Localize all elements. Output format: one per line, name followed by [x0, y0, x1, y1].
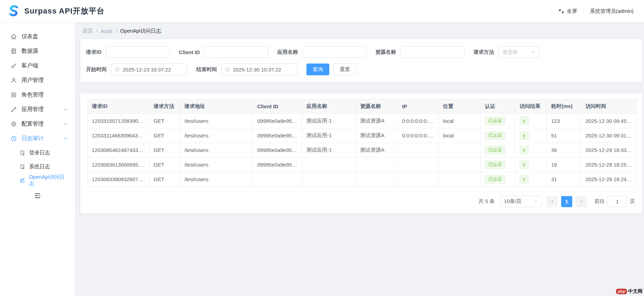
end-time-input[interactable]: [233, 67, 294, 73]
cell-ip: 0:0:0:0:0:0:0:1: [398, 128, 439, 143]
breadcrumb-separator: /: [96, 28, 97, 34]
cell-app-name: [302, 158, 356, 172]
goto-page-input[interactable]: [608, 196, 627, 207]
sidebar-item-label: 角色管理: [21, 91, 44, 99]
home-icon: [10, 33, 17, 40]
cell-auth: 已认证: [481, 143, 515, 158]
cell-app-name: 测试应用-1: [302, 143, 356, 158]
sidebar-subitem-system-log[interactable]: 系统日志: [0, 160, 75, 174]
cell-resource-name: 测试资源A: [356, 128, 398, 143]
table-row[interactable]: 1203315071208390656 GET /test/users 0999…: [88, 114, 637, 128]
cell-client-id: 09995e0a9e95…: [253, 158, 302, 172]
result-badge: y: [520, 117, 529, 125]
page-unit-label: 页: [630, 198, 635, 205]
database-icon: [10, 48, 17, 54]
cell-request-id: 1203083613000695808: [88, 158, 149, 172]
table-row[interactable]: 1203085462487433216 GET /test/users 0999…: [88, 143, 637, 158]
cell-ip: [398, 172, 439, 187]
col-ip: IP: [398, 99, 439, 114]
cell-url: /test/users: [180, 143, 253, 158]
sidebar-item-apps[interactable]: 应用管理: [0, 102, 75, 117]
pagination-total: 共 5 条: [478, 198, 495, 205]
sidebar-subitem-login-log[interactable]: 登录日志: [0, 146, 75, 160]
client-id-input[interactable]: [204, 46, 268, 58]
cell-cost: 31: [547, 172, 581, 187]
filter-request-id: 请求ID: [86, 46, 170, 58]
cell-resource-name: 测试资源A: [356, 143, 398, 158]
next-page-button[interactable]: [576, 196, 587, 207]
sidebar-item-datasource[interactable]: 数据源: [0, 44, 75, 58]
cell-result: y: [515, 128, 547, 143]
col-client-id: Client ID: [253, 99, 302, 114]
clock-icon: [115, 67, 120, 72]
cell-request-id: 1203085462487433216: [88, 143, 149, 158]
chevron-down-icon: [531, 50, 536, 54]
breadcrumb-home[interactable]: 首页: [82, 28, 93, 34]
search-button[interactable]: 查询: [306, 64, 329, 75]
breadcrumb: 首页 / Audit / OpenApi访问日志: [75, 22, 644, 34]
sidebar-subitem-openapi-log[interactable]: OpenApi访问日志: [0, 174, 75, 187]
breadcrumb-audit[interactable]: Audit: [101, 28, 112, 34]
cell-resource-name: [356, 172, 398, 187]
cell-method: GET: [149, 172, 180, 187]
cell-url: /test/users: [180, 158, 253, 172]
app-name-label: 应用名称: [277, 49, 298, 56]
filter-app-name: 应用名称: [277, 46, 366, 58]
table-row[interactable]: 1203311468309643264 GET /test/users 0999…: [88, 128, 637, 143]
cell-access-time: 2025-12-29 18:33:12: [581, 143, 637, 158]
sidebar-item-config[interactable]: 配置管理: [0, 117, 75, 131]
end-time-picker[interactable]: [221, 64, 297, 75]
start-time-input[interactable]: [123, 67, 183, 73]
chevron-up-icon: [63, 136, 68, 141]
fullscreen-label: 全屏: [567, 8, 577, 15]
sidebar-item-roles[interactable]: 角色管理: [0, 87, 75, 102]
app-name-input[interactable]: [302, 46, 366, 58]
chevron-down-icon: [63, 122, 68, 126]
cell-cost: 123: [547, 114, 581, 128]
fullscreen-icon: [558, 8, 564, 14]
client-id-label: Client ID: [179, 49, 200, 55]
sidebar-item-audit[interactable]: 日志审计: [0, 131, 75, 146]
col-access-time: 访问时间: [581, 99, 637, 114]
prev-page-button[interactable]: [547, 196, 558, 207]
col-url: 请求地址: [180, 99, 253, 114]
table-row[interactable]: 1203083390832607232 GET /test/users 已认证 …: [88, 172, 637, 187]
fullscreen-button[interactable]: 全屏: [558, 8, 577, 15]
cell-result: y: [515, 158, 547, 172]
user-menu[interactable]: 系统管理员(admin): [590, 8, 636, 15]
sidebar-item-dashboard[interactable]: 仪表盘: [0, 29, 75, 44]
cell-access-time: 2025-12-30 09:31:16: [581, 128, 637, 143]
sidebar-item-users[interactable]: 用户管理: [0, 73, 75, 87]
key-icon: [10, 62, 17, 69]
log-table-panel: 请求ID 请求方法 请求地址 Client ID 应用名称 资源名称 IP 位置…: [80, 93, 642, 214]
page-size-select[interactable]: 10条/页: [500, 196, 542, 207]
goto-label: 前往: [594, 198, 605, 205]
resource-name-input[interactable]: [400, 46, 464, 58]
cell-resource-name: [356, 158, 398, 172]
sidebar-item-label: 日志审计: [21, 135, 44, 142]
app-header: Surpass API开放平台 全屏 系统管理员(admin): [0, 0, 644, 22]
auth-status-badge: 已认证: [485, 131, 505, 140]
cell-method: GET: [149, 114, 180, 128]
result-badge: y: [520, 146, 529, 154]
menu-fold-icon: [34, 192, 41, 199]
method-select[interactable]: 请选择: [498, 46, 539, 58]
pagination-goto: 前往 页: [594, 196, 635, 207]
col-method: 请求方法: [149, 99, 180, 114]
page-number-button[interactable]: 1: [561, 196, 572, 207]
cell-auth: 已认证: [481, 158, 515, 172]
start-time-picker[interactable]: [111, 64, 187, 75]
table-header-row: 请求ID 请求方法 请求地址 Client ID 应用名称 资源名称 IP 位置…: [88, 99, 637, 114]
document-icon: [19, 150, 26, 156]
sidebar-item-client[interactable]: 客户端: [0, 58, 75, 73]
log-table: 请求ID 请求方法 请求地址 Client ID 应用名称 资源名称 IP 位置…: [87, 99, 637, 187]
cell-cost: 51: [547, 128, 581, 143]
method-select-placeholder: 请选择: [502, 49, 518, 56]
clock-icon: [225, 67, 230, 72]
request-id-input[interactable]: [106, 46, 170, 58]
sidebar-collapse-button[interactable]: [0, 192, 75, 199]
clock-icon: [10, 135, 17, 142]
table-row[interactable]: 1203083613000695808 GET /test/users 0999…: [88, 158, 637, 172]
sidebar-item-label: 数据源: [21, 48, 38, 55]
reset-button[interactable]: 重置: [333, 64, 356, 75]
